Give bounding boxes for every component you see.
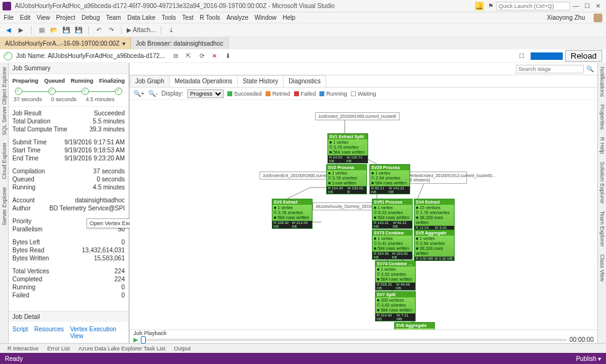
cancel-job-icon[interactable]: ✕ bbox=[209, 51, 219, 61]
sql-server-explorer-tab[interactable]: SQL Server Object Explorer bbox=[1, 67, 7, 135]
back-icon[interactable]: ◀ bbox=[4, 25, 14, 35]
r-interactive-tab[interactable]: R Interactive bbox=[4, 345, 43, 352]
job-detail-header[interactable]: Job Detail bbox=[9, 311, 128, 322]
notifications-tab[interactable]: Notifications bbox=[599, 67, 605, 97]
stage-node-sv51[interactable]: SV51 Process ■ 1 vertex© 0.23 s/vertex■ … bbox=[372, 199, 413, 229]
adl-tasklist-tab[interactable]: Azure Data Lake Explorer Task List bbox=[75, 345, 169, 352]
minimize-icon[interactable]: — bbox=[571, 2, 580, 10]
attach-button[interactable]: ▶ Attach... bbox=[127, 27, 156, 33]
playback-thumb[interactable] bbox=[141, 336, 146, 344]
titlebar: AllJobsHourlyForAdHoc_a96bceda-d172-46f7… bbox=[0, 0, 606, 12]
playback-track[interactable] bbox=[141, 339, 567, 341]
output-tab[interactable]: Output bbox=[170, 345, 194, 352]
tab-alljobs[interactable]: AllJobsHourlyForA...-16-09-19T00:00:00Z▾ bbox=[0, 37, 131, 49]
flag-icon[interactable]: ⚑ bbox=[486, 2, 495, 10]
info-icon[interactable]: ☐ bbox=[517, 51, 527, 61]
menu-tools[interactable]: Tools bbox=[162, 14, 176, 21]
window-title: AllJobsHourlyForAdHoc_a96bceda-d172-46f7… bbox=[15, 2, 335, 9]
play-icon[interactable]: ▶ bbox=[133, 336, 138, 343]
tab-diagnostics[interactable]: Diagnostics bbox=[283, 75, 326, 87]
properties-tab[interactable]: Properties bbox=[599, 104, 605, 130]
stage-node-sv5[interactable]: SV5 Aggregate ■ 1 vertex© 2.84 s/vertex■… bbox=[414, 230, 455, 261]
saveall-icon[interactable]: 💾 bbox=[74, 25, 83, 35]
tab-dropdown-icon[interactable]: ▾ bbox=[122, 40, 125, 47]
vertex-execution-view-link[interactable]: Vertex Execution View bbox=[70, 326, 125, 339]
stage-dot-icon bbox=[48, 88, 56, 95]
menu-edit[interactable]: Edit bbox=[20, 14, 30, 21]
menu-help[interactable]: Help bbox=[283, 14, 296, 21]
download-icon[interactable]: ⬇ bbox=[223, 51, 233, 61]
close-icon[interactable]: ✕ bbox=[594, 2, 602, 10]
data-source-box[interactable]: JobEnded_2016091900.current_bucket0 bbox=[315, 112, 400, 120]
stage-node-sv8[interactable]: SV8 Aggregate ■ 1 vertex© 23.08 s/vertex… bbox=[394, 322, 435, 329]
stage-labels: Preparing Queued Running Finalizing bbox=[9, 74, 128, 88]
class-view-tab[interactable]: Class View bbox=[599, 254, 605, 281]
tab-job-browser[interactable]: Job Browser: datainsightsadhoc bbox=[131, 37, 229, 49]
r-help-tab[interactable]: R Help bbox=[599, 137, 605, 154]
search-icon[interactable]: 🔍 bbox=[586, 65, 594, 72]
stage-node-sv7[interactable]: SV7 Split ■ 200 vertices© 3.62 s/vertex■… bbox=[375, 291, 416, 321]
stage-dot-icon bbox=[15, 88, 22, 95]
job-name-label: Job Name: bbox=[16, 52, 46, 59]
stage-node-sv73[interactable]: SV73 Combine ■ 1 vertex© 0.41 s/vertex■ … bbox=[372, 230, 413, 260]
menu-view[interactable]: View bbox=[36, 14, 50, 21]
menu-project[interactable]: Project bbox=[56, 14, 75, 21]
menu-debug[interactable]: Debug bbox=[82, 14, 99, 21]
save-icon[interactable]: 💾 bbox=[61, 25, 71, 35]
menu-team[interactable]: Team bbox=[106, 14, 120, 21]
error-list-tab[interactable]: Error List bbox=[44, 345, 74, 352]
menu-rtools[interactable]: R Tools bbox=[200, 14, 220, 21]
undo-icon[interactable]: ↶ bbox=[94, 25, 104, 35]
maximize-icon[interactable]: ☐ bbox=[583, 2, 591, 10]
menu-datalake[interactable]: Data Lake bbox=[127, 14, 156, 21]
server-explorer-tab[interactable]: Server Explorer bbox=[1, 187, 7, 226]
job-playback: Job Playback ▶ 00:00:00 bbox=[130, 329, 597, 343]
team-explorer-tab[interactable]: Team Explorer bbox=[599, 211, 605, 247]
stage-node-sv3[interactable]: SV3 Extract ■ 1 vertex© 3.78 s/vertex■ 5… bbox=[272, 199, 313, 229]
popout-icon[interactable]: ⇱ bbox=[183, 51, 193, 61]
quick-launch-input[interactable] bbox=[496, 2, 570, 10]
stage-node-sv74[interactable]: SV74 Combine Part... ■ 1 vertex© 2.52 s/… bbox=[375, 260, 416, 291]
tab-metadata-ops[interactable]: Metadata Operations bbox=[169, 75, 238, 87]
solution-explorer-tab[interactable]: Solution Explorer bbox=[599, 162, 605, 204]
job-header: Job Name: AllJobsHourlyForAdHoc_a96bceda… bbox=[0, 49, 606, 63]
notification-icon[interactable]: 🔔 bbox=[475, 2, 484, 10]
stage-node-sv2[interactable]: SV2 Process ■ 1 vertex© 3.78 s/vertex■ 1… bbox=[326, 164, 367, 194]
menu-window[interactable]: Window bbox=[255, 14, 277, 21]
publish-button[interactable]: Publish ▾ bbox=[576, 355, 601, 362]
zoom-out-icon[interactable]: 🔍- bbox=[148, 90, 158, 97]
menubar: File Edit View Project Debug Team Data L… bbox=[0, 12, 606, 23]
search-stage-input[interactable] bbox=[516, 65, 584, 73]
refresh-icon[interactable]: ⟳ bbox=[197, 51, 207, 61]
resources-link[interactable]: Resources bbox=[35, 326, 64, 339]
job-success-icon bbox=[4, 52, 12, 60]
cloud-explorer-tab[interactable]: Cloud Explorer bbox=[1, 143, 7, 180]
playback-time: 00:00:00 bbox=[570, 336, 594, 343]
redo-icon[interactable]: ↷ bbox=[106, 25, 116, 35]
menu-file[interactable]: File bbox=[4, 14, 14, 21]
job-name-value: AllJobsHourlyForAdHoc_a96bceda-d172... bbox=[48, 52, 165, 59]
vs-logo-icon bbox=[2, 2, 11, 10]
forward-icon[interactable]: ▶ bbox=[16, 25, 26, 35]
stage-node-sv1[interactable]: SV1 Extract Split ■ 1 vertex© 3.70 s/ver… bbox=[327, 133, 368, 163]
stage-dot-icon bbox=[115, 88, 122, 95]
script-link[interactable]: Script bbox=[12, 326, 28, 339]
graph-search-bar: 🔍 bbox=[130, 63, 597, 75]
new-icon[interactable]: ▤ bbox=[36, 25, 46, 35]
tab-job-graph[interactable]: Job Graph bbox=[130, 75, 170, 87]
step-icon[interactable]: ⤓ bbox=[166, 25, 176, 35]
graph-canvas[interactable]: JobEnded_2016091900.current_bucket0 JobE… bbox=[130, 100, 597, 329]
menu-test[interactable]: Test bbox=[182, 14, 193, 21]
svg-line-4 bbox=[287, 188, 310, 199]
menu-analyze[interactable]: Analyze bbox=[226, 14, 248, 21]
stage-node-sv4[interactable]: SV4 Extract ■ 15 vertices© 1.76 min/vert… bbox=[414, 199, 455, 234]
data-source-box[interactable]: VertexEnded_2016091912.current_bucket0..… bbox=[405, 172, 467, 184]
tab-state-history[interactable]: State History bbox=[237, 75, 284, 87]
user-area[interactable]: Xiaoyong Zhu bbox=[547, 14, 602, 22]
zoom-in-icon[interactable]: 🔍+ bbox=[133, 90, 145, 97]
display-select[interactable]: Progress bbox=[187, 89, 224, 98]
open-icon[interactable]: 📂 bbox=[49, 25, 59, 35]
stage-node-sv29[interactable]: SV29 Process ■ 1 vertex© 2.94 s/vertex■ … bbox=[369, 164, 410, 194]
reload-button[interactable]: Reload bbox=[565, 50, 602, 62]
copy-icon[interactable]: ⧉ bbox=[171, 51, 181, 61]
